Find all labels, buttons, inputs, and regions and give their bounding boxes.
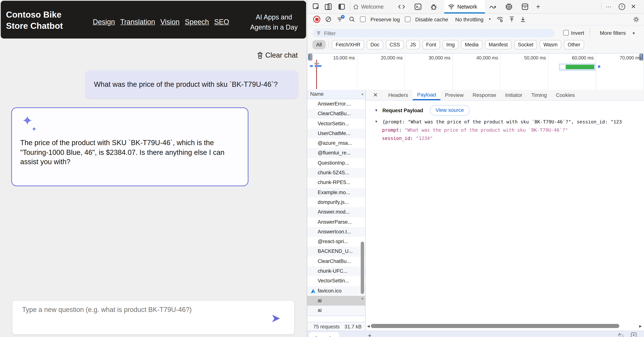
- scroll-right-icon[interactable]: ▶: [639, 324, 642, 328]
- nav-link-speech[interactable]: Speech: [185, 18, 209, 26]
- more-tabs-button[interactable]: +: [534, 3, 542, 10]
- filter-chip-wasm[interactable]: Wasm: [540, 40, 561, 49]
- request-row[interactable]: chunk-UFC...: [307, 266, 365, 276]
- request-row[interactable]: @azure_msa...: [307, 138, 365, 148]
- nav-link-seo[interactable]: SEO: [214, 18, 229, 26]
- throttling-select[interactable]: No throttling: [455, 16, 484, 22]
- overview-left-handle[interactable]: [308, 53, 312, 61]
- more-filters-button[interactable]: More filters: [600, 30, 626, 36]
- import-har-icon[interactable]: [508, 16, 515, 22]
- request-row[interactable]: VectorSettin...: [307, 276, 365, 286]
- request-row[interactable]: chunk-5Z4S...: [307, 168, 365, 178]
- h-scrollbar-thumb[interactable]: [371, 324, 619, 328]
- detail-tab-cookies[interactable]: Cookies: [552, 90, 579, 100]
- tab-network[interactable]: Network: [444, 0, 485, 13]
- scroll-down-icon[interactable]: ▼: [361, 297, 364, 301]
- scroll-left-icon[interactable]: ◀: [367, 324, 370, 328]
- waterfall-bar-gray[interactable]: [314, 63, 319, 64]
- search-icon[interactable]: [349, 16, 355, 22]
- detail-tab-response[interactable]: Response: [468, 90, 501, 100]
- payload-object-disclosure-icon[interactable]: ▼: [374, 120, 378, 123]
- more-options-icon[interactable]: ⋯: [606, 3, 613, 10]
- filter-input[interactable]: Filter: [312, 29, 554, 37]
- detail-tab-preview[interactable]: Preview: [440, 90, 468, 100]
- panel-layout-icon[interactable]: [338, 3, 346, 10]
- detail-tab-payload[interactable]: Payload: [412, 90, 440, 100]
- clear-chat-button[interactable]: Clear chat: [257, 51, 298, 59]
- request-row[interactable]: AnswerError....: [307, 99, 365, 109]
- request-row[interactable]: Example.mo...: [307, 188, 365, 198]
- request-row[interactable]: @react-spri...: [307, 237, 365, 247]
- console-icon[interactable]: [414, 3, 422, 10]
- request-row[interactable]: ai: [307, 306, 365, 316]
- request-row[interactable]: ai: [307, 296, 365, 306]
- send-icon[interactable]: [271, 314, 281, 323]
- request-row[interactable]: UserChatMe...: [307, 129, 365, 139]
- drawer-tab-console[interactable]: Console: [309, 332, 339, 337]
- elements-icon[interactable]: [398, 3, 405, 10]
- request-row[interactable]: dompurify.js...: [307, 198, 365, 207]
- filter-chip-font[interactable]: Font: [422, 40, 440, 49]
- nav-link-design[interactable]: Design: [93, 18, 115, 26]
- application-icon[interactable]: [521, 3, 529, 10]
- filter-chip-doc[interactable]: Doc: [367, 40, 383, 49]
- request-row[interactable]: BACKEND_U...: [307, 247, 365, 257]
- sources-bug-icon[interactable]: [430, 3, 438, 10]
- tab-welcome[interactable]: Welcome: [353, 0, 384, 13]
- question-input[interactable]: [21, 304, 262, 316]
- nav-link-vision[interactable]: Vision: [160, 18, 180, 26]
- more-filters-caret-icon[interactable]: ▼: [632, 31, 636, 35]
- network-conditions-icon[interactable]: [496, 16, 504, 23]
- request-row[interactable]: ClearChatBu...: [307, 257, 365, 267]
- close-devtools-icon[interactable]: ✕: [631, 3, 638, 10]
- request-list-header[interactable]: Name: [307, 90, 365, 99]
- filter-chip-all[interactable]: All: [312, 40, 326, 49]
- selected-request-highlight[interactable]: [559, 64, 596, 71]
- drawer-expand-icon[interactable]: [630, 332, 637, 337]
- inspect-icon[interactable]: [312, 3, 320, 10]
- disable-cache-checkbox[interactable]: [405, 16, 410, 22]
- detail-horizontal-scrollbar[interactable]: ◀ ▶: [366, 324, 644, 329]
- waterfall-bar-blue-small[interactable]: [598, 65, 600, 68]
- memory-icon[interactable]: [505, 3, 513, 10]
- filter-chip-css[interactable]: CSS: [386, 40, 404, 49]
- scroll-up-icon[interactable]: ▲: [361, 92, 364, 96]
- filter-chip-media[interactable]: Media: [461, 40, 482, 49]
- filter-chip-manifest[interactable]: Manifest: [485, 40, 512, 49]
- export-har-icon[interactable]: [520, 16, 526, 22]
- preserve-log-checkbox[interactable]: [360, 16, 366, 22]
- invert-checkbox[interactable]: [563, 30, 569, 35]
- filter-chip-other[interactable]: Other: [564, 40, 584, 49]
- filter-chip-fetch-xhr[interactable]: Fetch/XHR: [332, 40, 364, 49]
- view-source-button[interactable]: View source: [430, 105, 470, 116]
- request-payload-disclosure-icon[interactable]: ▼: [374, 108, 378, 112]
- request-row[interactable]: AnswerParse...: [307, 217, 365, 227]
- detail-tab-initiator[interactable]: Initiator: [501, 90, 527, 100]
- filter-chip-img[interactable]: Img: [442, 40, 458, 49]
- request-row[interactable]: AnswerIcon.t...: [307, 227, 365, 237]
- close-detail-icon[interactable]: ✕: [373, 92, 378, 98]
- record-stop-button[interactable]: [313, 16, 320, 23]
- request-list-scrollbar[interactable]: ▲ ▼: [360, 99, 365, 316]
- waterfall-bar-blue-1[interactable]: [310, 65, 313, 67]
- request-row[interactable]: QuestionInp...: [307, 158, 365, 168]
- filter-chip-js[interactable]: JS: [406, 40, 420, 49]
- scrollbar-thumb[interactable]: [361, 242, 364, 294]
- detail-tab-headers[interactable]: Headers: [384, 90, 412, 100]
- request-row[interactable]: @fluentui_re...: [307, 148, 365, 158]
- waterfall-bar-blue-2[interactable]: [315, 65, 322, 67]
- filter-toggle-icon[interactable]: ✕: [336, 16, 344, 23]
- throttling-caret-icon[interactable]: ▼: [488, 17, 491, 21]
- filter-chip-socket[interactable]: Socket: [514, 40, 537, 49]
- request-row[interactable]: favicon.ico: [307, 286, 365, 296]
- clear-network-log-icon[interactable]: [325, 16, 332, 22]
- drawer-move-icon[interactable]: [618, 332, 624, 337]
- request-row[interactable]: Answer.mod...: [307, 207, 365, 217]
- drawer-add-tab-button[interactable]: +: [368, 333, 372, 337]
- request-row[interactable]: ClearChatBu...: [307, 109, 365, 119]
- device-emulation-icon[interactable]: [324, 3, 332, 10]
- network-overview-timeline[interactable]: 10,000 ms20,000 ms30,000 ms40,000 ms50,0…: [307, 53, 644, 90]
- request-row[interactable]: chunk-RPE5...: [307, 178, 365, 188]
- help-icon[interactable]: ?: [618, 3, 626, 10]
- network-settings-gear-icon[interactable]: [633, 16, 640, 23]
